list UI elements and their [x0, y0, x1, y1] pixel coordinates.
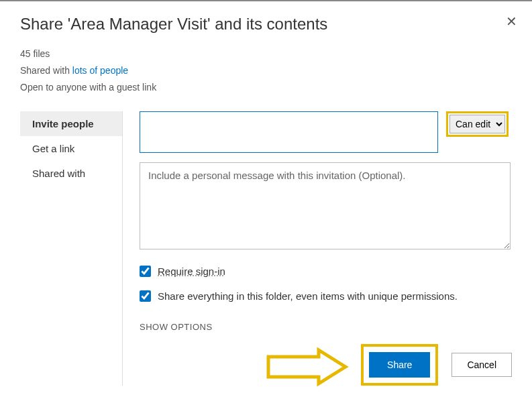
- dialog-title: Share 'Area Manager Visit' and its conte…: [20, 15, 512, 34]
- share-button[interactable]: Share: [369, 352, 430, 378]
- people-input[interactable]: [140, 111, 438, 153]
- sidebar-item-get-a-link[interactable]: Get a link: [20, 136, 122, 161]
- share-everything-checkbox[interactable]: [140, 290, 151, 302]
- annotation-arrow-icon: [265, 347, 352, 387]
- show-options-toggle[interactable]: SHOW OPTIONS: [140, 322, 512, 332]
- close-icon[interactable]: ✕: [506, 13, 517, 30]
- guest-link-text: Open to anyone with a guest link: [20, 79, 512, 96]
- permission-highlight: Can edit: [446, 111, 509, 137]
- require-signin-label: Require sign-in: [158, 266, 225, 277]
- sidebar-item-label: Get a link: [32, 143, 74, 154]
- sidebar-item-shared-with[interactable]: Shared with: [20, 161, 122, 186]
- file-count: 45 files: [20, 46, 512, 62]
- share-button-highlight: Share: [361, 344, 438, 386]
- shared-with-prefix: Shared with: [20, 65, 72, 76]
- share-everything-label: Share everything in this folder, even it…: [158, 290, 458, 302]
- shared-with-line: Shared with lots of people: [20, 62, 512, 79]
- message-input[interactable]: [140, 162, 511, 249]
- cancel-button[interactable]: Cancel: [451, 353, 512, 377]
- permission-select[interactable]: Can edit: [449, 115, 505, 133]
- require-signin-checkbox[interactable]: [140, 266, 151, 277]
- sidebar: Invite people Get a link Shared with: [20, 111, 123, 386]
- invite-panel: Can edit Require sign-in Share everythin…: [123, 111, 512, 386]
- dialog-meta: 45 files Shared with lots of people Open…: [20, 46, 512, 97]
- shared-with-link[interactable]: lots of people: [72, 65, 128, 76]
- sidebar-item-invite-people[interactable]: Invite people: [20, 111, 122, 136]
- share-dialog: ✕ Share 'Area Manager Visit' and its con…: [0, 1, 532, 395]
- sidebar-item-label: Invite people: [32, 118, 94, 129]
- sidebar-item-label: Shared with: [32, 168, 85, 179]
